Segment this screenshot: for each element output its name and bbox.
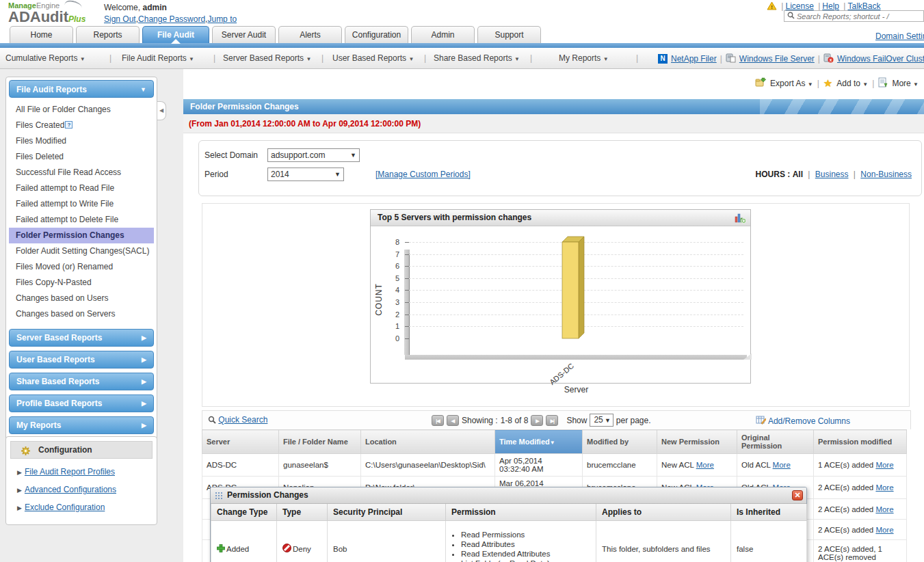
subnav-file-audit-reports[interactable]: File Audit Reports ▼ [122,53,194,63]
hours-all: All [793,170,803,179]
columns-edit-icon [756,415,766,427]
col-server[interactable]: Server [202,430,279,454]
subnav-user-based-reports[interactable]: User Based Reports ▼ [332,53,414,63]
warning-icon[interactable]: ! [767,3,779,12]
talkback-link[interactable]: TalkBack [847,1,880,11]
sidebar-item-files-created[interactable]: Files Created? [9,118,154,133]
sidebar-item-failed-attempt-to-write-file[interactable]: Failed attempt to Write File [9,196,154,212]
sidebar-item-folder-permission-changes[interactable]: Folder Permission Changes [9,228,154,243]
subnav-cumulative-reports[interactable]: Cumulative Reports ▼ [5,53,85,63]
more-button[interactable]: More ▼ [892,79,919,88]
sidebar-item-files-modified[interactable]: Files Modified [9,133,154,149]
col-original-permission[interactable]: Original Permission [737,430,814,454]
per-page-label: per page. [616,416,651,425]
help-link[interactable]: Help [822,1,839,11]
sidebar-section-file-audit-reports[interactable]: File Audit Reports▼ [9,80,154,98]
period-select[interactable]: 2014▼ [267,168,344,181]
sidebar-section-server-based-reports[interactable]: Server Based Reports▶ [9,329,154,347]
sidebar-item-files-moved-or-renamed[interactable]: Files Moved (or) Renamed [9,259,154,275]
manage-custom-periods-link[interactable]: [Manage Custom Periods] [375,170,471,179]
config-link-exclude-configuration[interactable]: Exclude Configuration [25,503,105,512]
sidebar-item-files-deleted[interactable]: Files Deleted [9,149,154,165]
col-security-principal: Security Principal [328,504,446,521]
netapp-filer-link[interactable]: NetApp Filer [671,54,717,64]
report-date-range: (From Jan 01,2014 12:00:00 AM to Apr 09,… [183,114,924,133]
close-icon[interactable]: ✕ [792,490,803,500]
sidebar-collapse-handle[interactable]: ◀ [157,101,166,120]
new-acl-more-link[interactable]: More [696,461,714,469]
col-permission-modified[interactable]: Permission modified [814,430,907,454]
last-page-button[interactable]: ▶| [546,415,558,426]
sidebar-item-changes-based-on-servers[interactable]: Changes based on Servers [9,306,154,322]
chevron-right-icon: ▶ [142,330,146,346]
quick-search-link[interactable]: Quick Search [208,415,267,425]
tab-support[interactable]: Support [477,26,541,43]
permission-more-link[interactable]: More [875,461,893,469]
global-search[interactable] [784,10,924,22]
subnav-server-based-reports[interactable]: Server Based Reports ▼ [223,53,311,63]
col-modified-by[interactable]: Modified by [583,430,657,454]
svg-text:!: ! [771,4,773,10]
tab-configuration[interactable]: Configuration [345,26,408,43]
sidebar-item-failed-attempt-to-read-file[interactable]: Failed attempt to Read File [9,180,154,196]
domain-settings-link[interactable]: Domain Settings [875,31,924,41]
sidebar-section-share-based-reports[interactable]: Share Based Reports▶ [9,373,154,390]
add-to-button[interactable]: Add to ▼ [836,79,868,88]
sidebar-section-my-reports[interactable]: My Reports▶ [9,416,154,434]
dialog-title-bar[interactable]: Permission Changes ✕ [211,487,806,504]
export-as-button[interactable]: Export As ▼ [770,79,813,88]
drag-handle-icon[interactable] [215,492,223,500]
col-is-inherited: Is Inherited [731,504,807,521]
col-type: Type [277,504,328,521]
col-file-folder-name[interactable]: File / Folder Name [279,430,361,454]
sidebar-item-successful-file-read-access[interactable]: Successful File Read Access [9,165,154,180]
sidebar-section-user-based-reports[interactable]: User Based Reports▶ [9,351,154,369]
sidebar-section-profile-based-reports[interactable]: Profile Based Reports▶ [9,394,154,412]
search-input[interactable] [797,12,920,21]
license-link[interactable]: License [785,1,813,11]
permission-more-link[interactable]: More [875,505,893,513]
add-remove-columns-link[interactable]: Add/Remove Columns [756,415,850,427]
change-password-link[interactable]: Change Password [138,14,205,24]
permission-more-link[interactable]: More [875,483,893,492]
subnav-share-based-reports[interactable]: Share Based Reports ▼ [434,53,520,63]
page-size-select[interactable]: 25▼ [590,414,613,427]
config-link-advanced-configurations[interactable]: Advanced Configurations [25,485,116,494]
windows-file-server-link[interactable]: Windows File Server [739,54,815,64]
y-tick: 5 [380,274,399,282]
bar-ads-dc[interactable] [559,235,587,339]
hours-label: HOURS : [756,170,791,179]
config-link-file-audit-report-profiles[interactable]: File Audit Report Profiles [25,467,115,477]
sidebar-item-changes-based-on-users[interactable]: Changes based on Users [9,291,154,306]
domain-select[interactable]: adsupport.com▼ [267,148,360,162]
select-domain-label: Select Domain [204,150,258,160]
next-page-button[interactable]: ▶ [531,415,543,426]
windows-failover-cluster-link[interactable]: Windows FailOver Cluster [837,54,924,64]
sign-out-link[interactable]: Sign Out [104,14,136,24]
tab-alerts[interactable]: Alerts [278,26,342,43]
tab-server-audit[interactable]: Server Audit [212,26,276,43]
hours-non-business-link[interactable]: Non-Business [860,170,912,179]
sidebar: File Audit Reports▼ All File or Folder C… [5,77,157,444]
prev-page-button[interactable]: ◀ [447,415,459,426]
tab-home[interactable]: Home [10,26,73,43]
first-page-button[interactable]: |◀ [432,415,444,426]
sidebar-item-files-copy-n-pasted[interactable]: Files Copy-N-Pasted [9,275,154,291]
col-new-permission[interactable]: New Permission [657,430,737,454]
chevron-right-icon: ▶ [17,487,22,494]
help-icon[interactable]: ? [65,121,72,129]
permission-more-link[interactable]: More [875,526,893,534]
tab-admin[interactable]: Admin [411,26,475,43]
username: admin [142,3,166,12]
sidebar-item-all-file-or-folder-changes[interactable]: All File or Folder Changes [9,102,154,118]
chevron-right-icon: ▶ [142,395,146,412]
col-location[interactable]: Location [361,430,495,454]
hours-business-link[interactable]: Business [815,170,849,179]
tab-reports[interactable]: Reports [76,26,140,43]
col-time-modified[interactable]: Time Modified▼ [495,430,583,454]
old-acl-more-link[interactable]: More [773,461,791,469]
jump-to-link[interactable]: Jump to [207,14,237,24]
sidebar-item-failed-attempt-to-delete-file[interactable]: Failed attempt to Delete File [9,212,154,228]
subnav-my-reports[interactable]: My Reports ▼ [559,53,609,63]
sidebar-item-folder-audit-setting-changes[interactable]: Folder Audit Setting Changes(SACL) [9,243,154,259]
